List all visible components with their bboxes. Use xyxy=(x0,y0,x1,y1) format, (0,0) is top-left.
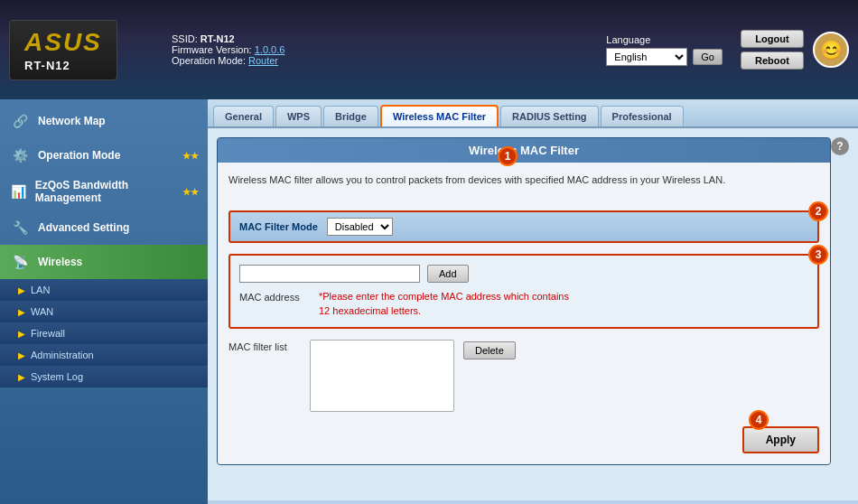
description-text: Wireless MAC filter allows you to contro… xyxy=(228,173,819,187)
main-layout: 🔗 Network Map ⚙️ Operation Mode ★★ 📊 EzQ… xyxy=(0,99,858,504)
filter-mode-select[interactable]: Disabled Accept Reject xyxy=(327,218,393,236)
mac-filter-section: Wireless MAC Filter Wireless MAC filter … xyxy=(217,137,831,465)
filter-mode-label: MAC Filter Mode xyxy=(239,221,318,232)
sidebar-item-wireless[interactable]: 📡 Wireless xyxy=(0,245,208,279)
firmware-label: Firmware Version: xyxy=(172,44,252,55)
syslog-arrow-icon: ▶ xyxy=(18,372,25,382)
operation-link[interactable]: Router xyxy=(248,55,278,66)
mac-address-label: MAC address xyxy=(239,290,312,303)
network-map-icon: 🔗 xyxy=(9,110,31,132)
tab-wps[interactable]: WPS xyxy=(275,106,322,126)
model-label: RT-N12 xyxy=(24,59,102,72)
language-select[interactable]: English Chinese Japanese xyxy=(606,48,687,66)
mac-address-input[interactable] xyxy=(239,265,420,283)
mac-filter-list-label: MAC filter list xyxy=(228,340,301,352)
sidebar: 🔗 Network Map ⚙️ Operation Mode ★★ 📊 EzQ… xyxy=(0,99,208,504)
section-body: Wireless MAC filter allows you to contro… xyxy=(218,163,830,464)
firmware-row: Firmware Version: 1.0.0.6 xyxy=(172,44,606,55)
avatar: 😊 xyxy=(813,32,849,68)
sidebar-item-system-log[interactable]: ▶ System Log xyxy=(0,366,208,387)
tab-bridge[interactable]: Bridge xyxy=(323,106,378,126)
help-icon[interactable]: ? xyxy=(831,137,849,155)
tab-radius-setting[interactable]: RADIUS Setting xyxy=(500,106,599,126)
brand-logo: ASUS xyxy=(24,28,102,57)
operation-mode-icon: ⚙️ xyxy=(9,145,31,166)
header-info: SSID: RT-N12 Firmware Version: 1.0.0.6 O… xyxy=(135,33,606,66)
badge-2: 2 xyxy=(808,201,828,221)
badge-4: 4 xyxy=(749,410,769,430)
wireless-icon: 📡 xyxy=(9,251,31,273)
advanced-icon: 🔧 xyxy=(9,217,31,238)
sidebar-label-wan: WAN xyxy=(31,306,53,317)
apply-area: 4 Apply xyxy=(228,419,819,453)
filter-mode-row: MAC Filter Mode Disabled Accept Reject xyxy=(228,210,819,243)
wan-arrow-icon: ▶ xyxy=(18,307,25,317)
logo-area: ASUS RT-N12 xyxy=(9,20,117,80)
logout-button[interactable]: Logout xyxy=(741,30,804,48)
mac-add-row: Add xyxy=(239,265,808,283)
sidebar-label-system-log: System Log xyxy=(31,371,83,382)
ssid-row: SSID: RT-N12 xyxy=(172,33,606,44)
delete-button[interactable]: Delete xyxy=(463,341,516,359)
star2-icon: ★★ xyxy=(182,187,199,197)
star-icon: ★★ xyxy=(182,151,199,161)
sidebar-item-firewall[interactable]: ▶ Firewall xyxy=(0,322,208,344)
mac-section: Add MAC address *Please enter the comple… xyxy=(228,254,819,329)
ezqos-icon: 📊 xyxy=(9,181,28,202)
operation-label: Operation Mode: xyxy=(172,55,246,66)
sidebar-label-firewall: Firewall xyxy=(31,328,65,339)
reboot-button[interactable]: Reboot xyxy=(741,51,804,70)
ssid-label: SSID: xyxy=(172,33,198,44)
operation-row: Operation Mode: Router xyxy=(172,55,606,66)
sidebar-item-network-map[interactable]: 🔗 Network Map xyxy=(0,104,208,138)
mac-list-row: MAC filter list Delete xyxy=(228,340,819,412)
lang-row: English Chinese Japanese Go xyxy=(606,48,723,66)
section-title: Wireless MAC Filter xyxy=(218,138,830,163)
admin-arrow-icon: ▶ xyxy=(18,350,25,360)
sidebar-item-ezqos[interactable]: 📊 EzQoS Bandwidth Management ★★ xyxy=(0,173,208,210)
sidebar-label-wireless: Wireless xyxy=(38,256,82,268)
sidebar-label-operation-mode: Operation Mode xyxy=(38,149,120,162)
sidebar-item-advanced[interactable]: 🔧 Advanced Setting xyxy=(0,210,208,245)
sidebar-label-network-map: Network Map xyxy=(38,115,106,127)
mac-address-row: MAC address *Please enter the complete M… xyxy=(239,290,808,318)
language-section: Language English Chinese Japanese Go xyxy=(606,34,723,66)
header-buttons: Logout Reboot xyxy=(741,30,804,70)
badge-1: 1 xyxy=(498,146,518,166)
tab-bar: General WPS Bridge Wireless MAC Filter R… xyxy=(208,99,858,128)
sidebar-item-administration[interactable]: ▶ Administration xyxy=(0,344,208,366)
apply-button[interactable]: Apply xyxy=(742,426,819,453)
ssid-value: RT-N12 xyxy=(201,33,235,44)
mac-hint-text: *Please enter the complete MAC address w… xyxy=(319,290,572,318)
inner-content: ? Wireless MAC Filter Wireless MAC filte… xyxy=(208,128,858,500)
content-area: General WPS Bridge Wireless MAC Filter R… xyxy=(208,99,858,504)
sidebar-label-administration: Administration xyxy=(31,350,94,360)
tab-general[interactable]: General xyxy=(213,106,274,126)
header: ASUS RT-N12 SSID: RT-N12 Firmware Versio… xyxy=(0,0,858,99)
sidebar-label-ezqos: EzQoS Bandwidth Management xyxy=(35,179,175,204)
sidebar-item-operation-mode[interactable]: ⚙️ Operation Mode ★★ xyxy=(0,138,208,173)
add-button[interactable]: Add xyxy=(427,265,469,283)
sidebar-label-advanced: Advanced Setting xyxy=(38,221,129,234)
tab-professional[interactable]: Professional xyxy=(601,106,684,126)
badge-3: 3 xyxy=(808,245,828,265)
sidebar-item-lan[interactable]: ▶ LAN xyxy=(0,279,208,301)
go-button[interactable]: Go xyxy=(693,49,723,65)
sidebar-item-wan[interactable]: ▶ WAN xyxy=(0,301,208,322)
sidebar-label-lan: LAN xyxy=(31,285,50,295)
mac-filter-list[interactable] xyxy=(310,340,454,412)
tab-wireless-mac-filter[interactable]: Wireless MAC Filter xyxy=(380,105,499,126)
firmware-link[interactable]: 1.0.0.6 xyxy=(255,44,285,55)
language-label: Language xyxy=(606,34,650,45)
firewall-arrow-icon: ▶ xyxy=(18,329,25,339)
lan-arrow-icon: ▶ xyxy=(18,285,25,295)
